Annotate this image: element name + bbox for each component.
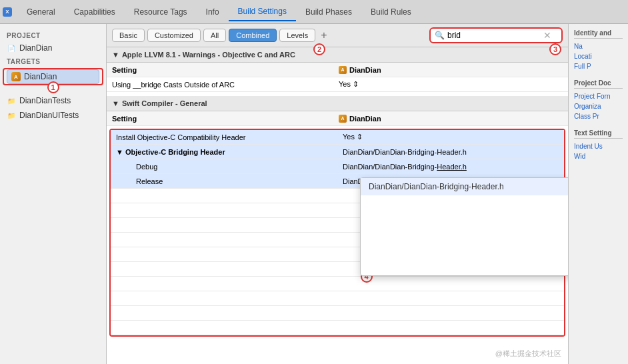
col-header-setting-1: Setting	[112, 66, 339, 74]
right-panel-text-setting: Text Setting Indent Us Wid	[574, 129, 623, 161]
setting-oc-compat: Install Objective-C Compatibility Header	[116, 133, 343, 141]
autocomplete-dropdown: DianDian/DianDian-Bridging-Header.h	[360, 177, 568, 276]
setting-bridging-header: ▼ Objective-C Bridging Header	[116, 148, 343, 156]
autocomplete-item-0[interactable]: DianDian/DianDian-Bridging-Header.h	[361, 178, 568, 195]
target-name-uitests: DianDianUITests	[19, 111, 79, 120]
right-panel-identity-fullp[interactable]: Full P	[574, 61, 623, 71]
sidebar-item-diandiantests[interactable]: 📁 DianDianTests	[0, 93, 106, 108]
annotation-2: 2	[313, 43, 325, 55]
right-panel: Identity and Na Locati Full P Project Do…	[568, 24, 628, 364]
table-header-row-1: Setting A DianDian	[107, 63, 568, 77]
right-panel-text-title: Text Setting	[574, 129, 623, 139]
targets-section-label: TARGETS	[0, 55, 106, 67]
tab-build-settings[interactable]: Build Settings	[229, 3, 296, 21]
folder-icon-uitests: 📁	[7, 111, 16, 120]
right-panel-project-forn[interactable]: Project Forn	[574, 91, 623, 101]
tab-resource-tags[interactable]: Resource Tags	[125, 3, 197, 21]
content-area: Basic Customized All Combined Levels + 🔍…	[107, 24, 568, 364]
project-section-label: PROJECT	[0, 29, 106, 41]
sidebar-item-diandianuitests[interactable]: 📁 DianDianUITests	[0, 108, 106, 123]
col-header-value-1: A DianDian	[339, 66, 563, 74]
tab-info[interactable]: Info	[197, 3, 229, 21]
right-panel-project-title: Project Doc	[574, 79, 623, 89]
target-name-tests: DianDianTests	[19, 96, 71, 105]
search-input[interactable]	[447, 31, 541, 40]
section-toggle-1[interactable]: ▼	[112, 51, 119, 59]
search-icon: 🔍	[435, 31, 445, 40]
sidebar: PROJECT 📄 DianDian TARGETS A DianDian 1 …	[0, 24, 107, 364]
build-settings-table: ▼ Apple LLVM 8.1 - Warnings - Objective …	[107, 47, 568, 364]
filter-combined-button[interactable]: Combined	[229, 29, 277, 42]
tab-capabilities[interactable]: Capabilities	[65, 3, 125, 21]
project-name: DianDian	[19, 43, 52, 53]
folder-icon-tests: 📁	[7, 96, 16, 105]
right-panel-text-wid[interactable]: Wid	[574, 151, 623, 161]
section-llvm-warnings: ▼ Apple LLVM 8.1 - Warnings - Objective …	[107, 47, 568, 63]
search-box: 🔍 ✕	[429, 27, 563, 43]
filter-basic-button[interactable]: Basic	[112, 29, 145, 42]
setting-release: Release	[116, 177, 343, 185]
section-title-1: Apple LLVM 8.1 - Warnings - Objective C …	[122, 51, 295, 59]
autocomplete-spacer	[361, 195, 568, 275]
tab-build-rules[interactable]: Build Rules	[361, 3, 421, 21]
value-bridging-header: DianDian/DianDian-Bridging-Header.h	[343, 148, 559, 156]
target-name-diandian: DianDian	[24, 72, 57, 81]
setting-debug: Debug	[116, 163, 343, 171]
app-icon: X	[3, 7, 12, 17]
table-row-empty-9	[111, 306, 564, 321]
value-oc-compat: Yes ⇕	[343, 133, 559, 141]
filter-all-button[interactable]: All	[203, 29, 226, 42]
section-toggle-2[interactable]: ▼	[112, 99, 119, 107]
table-row-debug[interactable]: Debug DianDian/DianDian-Bridging-Header.…	[111, 159, 564, 174]
right-panel-project-doc: Project Doc Project Forn Organiza Class …	[574, 79, 623, 121]
target-icon-small-2: A	[339, 115, 347, 123]
col-header-setting-2: Setting	[112, 115, 339, 123]
watermark: @稀土掘金技术社区	[495, 349, 561, 359]
table-header-row-2: Setting A DianDian	[107, 111, 568, 126]
right-panel-project-organiza[interactable]: Organiza	[574, 101, 623, 111]
section-swift-general: ▼ Swift Compiler - General	[107, 96, 568, 111]
value-debug: DianDian/DianDian-Bridging-Header.h	[343, 163, 559, 171]
col-header-value-2: A DianDian	[339, 115, 563, 123]
top-tab-bar: X General Capabilities Resource Tags Inf…	[0, 0, 628, 24]
right-panel-identity-title: Identity and	[574, 29, 623, 39]
target-icon-diandian: A	[11, 72, 21, 81]
right-panel-identity: Identity and Na Locati Full P	[574, 29, 623, 71]
target-icon-small-1: A	[339, 66, 347, 74]
right-panel-project-classpr[interactable]: Class Pr	[574, 111, 623, 121]
table-row-empty-7	[111, 277, 564, 291]
value-bridge-cast: Yes ⇕	[339, 80, 563, 89]
annotation-1: 1	[47, 81, 59, 93]
table-row-oc-compat[interactable]: Install Objective-C Compatibility Header…	[111, 130, 564, 145]
annotation-3: 3	[549, 43, 561, 55]
table-row-bridge-cast[interactable]: Using __bridge Casts Outside of ARC Yes …	[107, 77, 568, 92]
filter-bar: Basic Customized All Combined Levels + 🔍…	[107, 24, 568, 47]
right-panel-text-indent[interactable]: Indent Us	[574, 141, 623, 151]
setting-bridge-cast: Using __bridge Casts Outside of ARC	[112, 81, 339, 89]
search-clear-button[interactable]: ✕	[543, 30, 551, 41]
add-filter-button[interactable]: +	[318, 29, 329, 41]
sidebar-item-project[interactable]: 📄 DianDian	[0, 41, 106, 55]
table-row-empty-8	[111, 291, 564, 306]
table-row-empty-10	[111, 321, 564, 335]
right-panel-identity-na[interactable]: Na	[574, 41, 623, 51]
tab-general[interactable]: General	[17, 3, 65, 21]
project-icon: 📄	[7, 43, 16, 53]
filter-customized-button[interactable]: Customized	[147, 29, 201, 42]
tab-build-phases[interactable]: Build Phases	[296, 3, 361, 21]
right-panel-identity-locati[interactable]: Locati	[574, 51, 623, 61]
filter-levels-button[interactable]: Levels	[279, 29, 315, 42]
section-title-2: Swift Compiler - General	[122, 99, 207, 107]
table-row-bridging-header[interactable]: ▼ Objective-C Bridging Header DianDian/D…	[111, 145, 564, 159]
